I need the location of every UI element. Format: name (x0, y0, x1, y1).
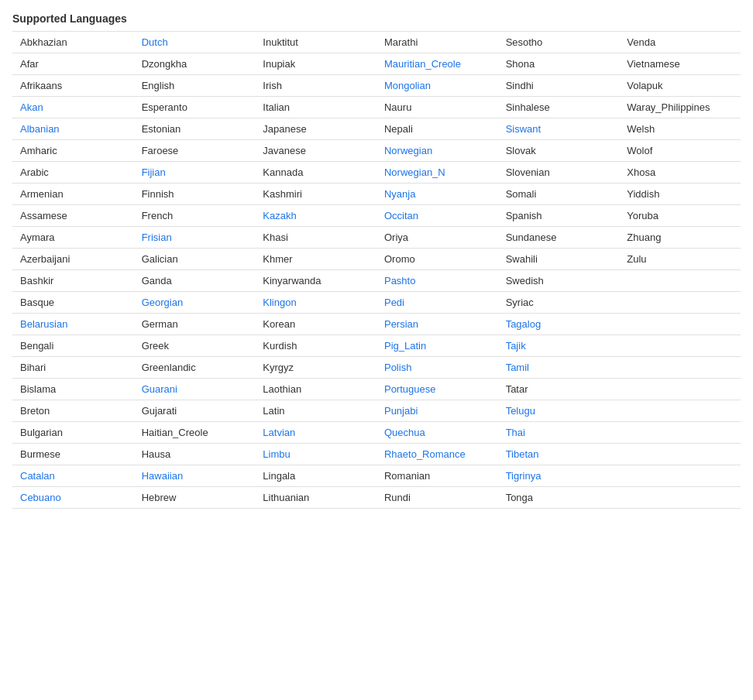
language-cell: Bihari (12, 357, 134, 379)
language-link[interactable]: Norwegian (384, 145, 432, 156)
language-link[interactable]: Mongolian (384, 80, 431, 91)
language-link[interactable]: Occitan (384, 210, 418, 221)
language-link[interactable]: Frisian (142, 232, 172, 243)
language-cell: Lingala (255, 465, 376, 487)
language-link[interactable]: Akan (20, 101, 43, 113)
language-link[interactable]: Hawaiian (142, 470, 183, 482)
language-cell: Waray_Philippines (619, 97, 741, 118)
language-cell: Breton (12, 400, 134, 422)
language-cell: Greenlandic (134, 357, 256, 379)
language-cell: Basque (12, 292, 134, 314)
language-cell: Galician (134, 249, 256, 270)
language-cell: Gujarati (134, 400, 256, 422)
language-cell: Azerbaijani (12, 249, 134, 270)
language-cell: Hebrew (134, 487, 256, 509)
language-cell: Nepali (376, 118, 498, 140)
language-cell: Zulu (619, 249, 741, 270)
language-cell: Dzongkha (134, 53, 256, 75)
language-cell: Amharic (12, 140, 134, 162)
language-cell: Kurdish (255, 335, 376, 357)
language-cell: Hausa (134, 444, 256, 465)
language-link[interactable]: Georgian (142, 297, 183, 308)
language-link[interactable]: Persian (384, 318, 418, 330)
language-link[interactable]: Tagalog (506, 318, 542, 330)
language-cell: Arabic (12, 162, 134, 184)
table-row: AzerbaijaniGalicianKhmerOromoSwahiliZulu (12, 249, 741, 270)
languages-table: AbkhazianDutchInuktitutMarathiSesothoVen… (12, 31, 741, 509)
language-link[interactable]: Pedi (384, 297, 404, 308)
language-cell: Esperanto (134, 97, 256, 118)
language-cell: French (134, 205, 256, 227)
table-row: BashkirGandaKinyarwandaPashtoSwedish (12, 270, 741, 292)
language-cell: Xhosa (619, 162, 741, 184)
language-cell: Kashmiri (255, 184, 376, 205)
language-link[interactable]: Fijian (142, 166, 166, 178)
language-cell: Japanese (255, 118, 376, 140)
language-cell: Latin (255, 400, 376, 422)
language-cell: Estonian (134, 118, 256, 140)
language-link[interactable]: Latvian (263, 427, 295, 438)
language-link[interactable]: Limbu (263, 448, 290, 460)
language-link[interactable]: Tigrinya (506, 470, 542, 482)
language-cell: Inuktitut (255, 32, 376, 53)
language-link[interactable]: Pashto (384, 275, 415, 287)
table-row: ArmenianFinnishKashmiriNyanjaSomaliYiddi… (12, 184, 741, 205)
language-cell: Slovenian (498, 162, 620, 184)
language-link[interactable]: Polish (384, 362, 411, 373)
language-cell: Spanish (498, 205, 620, 227)
language-cell: Shona (498, 53, 620, 75)
language-link[interactable]: Siswant (506, 123, 542, 135)
language-link[interactable]: Tibetan (506, 448, 539, 460)
language-link[interactable]: Dutch (142, 36, 168, 48)
language-cell: Finnish (134, 184, 256, 205)
table-row: BulgarianHaitian_CreoleLatvianQuechuaTha… (12, 422, 741, 444)
language-cell: Greek (134, 335, 256, 357)
table-row: AlbanianEstonianJapaneseNepaliSiswantWel… (12, 118, 741, 140)
language-cell: Kannada (255, 162, 376, 184)
language-cell: Laothian (255, 379, 376, 400)
language-link[interactable]: Punjabi (384, 405, 418, 417)
table-row: CatalanHawaiianLingalaRomanianTigrinya (12, 465, 741, 487)
language-cell: Bengali (12, 335, 134, 357)
language-cell: Bulgarian (12, 422, 134, 444)
language-link[interactable]: Kazakh (263, 210, 296, 221)
table-row: BurmeseHausaLimbuRhaeto_RomanceTibetan (12, 444, 741, 465)
language-link[interactable]: Quechua (384, 427, 425, 438)
language-link[interactable]: Albanian (20, 123, 60, 135)
language-cell: Assamese (12, 205, 134, 227)
language-link[interactable]: Tajik (506, 340, 526, 352)
table-row: BasqueGeorgianKlingonPediSyriac (12, 292, 741, 314)
language-link[interactable]: Norwegian_N (384, 166, 445, 178)
language-link[interactable]: Pig_Latin (384, 340, 426, 352)
language-link[interactable]: Belarusian (20, 318, 67, 330)
language-link[interactable]: Tamil (506, 362, 529, 373)
language-link[interactable]: Catalan (20, 470, 55, 482)
language-cell: Swedish (498, 270, 620, 292)
language-cell: Sinhalese (498, 97, 620, 118)
language-cell: Volapuk (619, 75, 741, 97)
language-link[interactable]: Portuguese (384, 383, 436, 395)
language-link[interactable]: Mauritian_Creole (384, 58, 461, 70)
table-row: ArabicFijianKannadaNorwegian_NSlovenianX… (12, 162, 741, 184)
table-row: BretonGujaratiLatinPunjabiTelugu (12, 400, 741, 422)
language-cell: Venda (619, 32, 741, 53)
language-cell: Irish (255, 75, 376, 97)
language-link[interactable]: Guarani (142, 383, 177, 395)
language-link[interactable]: Thai (506, 427, 525, 438)
language-link[interactable]: Klingon (263, 297, 296, 308)
language-cell: Swahili (498, 249, 620, 270)
language-cell: Sesotho (498, 32, 620, 53)
language-cell: Welsh (619, 118, 741, 140)
table-row: BislamaGuaraniLaothianPortugueseTatar (12, 379, 741, 400)
language-cell: Sindhi (498, 75, 620, 97)
language-cell: Javanese (255, 140, 376, 162)
language-cell: Syriac (498, 292, 620, 314)
language-link[interactable]: Rhaeto_Romance (384, 448, 466, 460)
language-link[interactable]: Cebuano (20, 492, 61, 503)
language-link[interactable]: Telugu (506, 405, 535, 417)
language-cell: Kyrgyz (255, 357, 376, 379)
table-row: BengaliGreekKurdishPig_LatinTajik (12, 335, 741, 357)
language-cell: Armenian (12, 184, 134, 205)
language-cell: Sundanese (498, 227, 620, 249)
language-link[interactable]: Nyanja (384, 188, 415, 200)
